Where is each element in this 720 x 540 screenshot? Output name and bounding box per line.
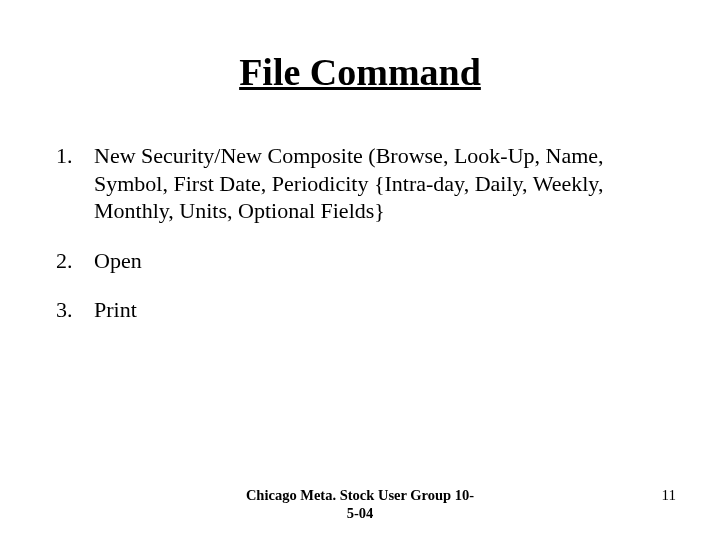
footer: Chicago Meta. Stock User Group 10- 5-04 … — [0, 487, 720, 522]
page-number: 11 — [662, 487, 676, 504]
list-item: New Security/New Composite (Browse, Look… — [48, 142, 672, 225]
list-item: Open — [48, 247, 672, 275]
slide: File Command New Security/New Composite … — [0, 0, 720, 540]
command-list: New Security/New Composite (Browse, Look… — [48, 142, 672, 324]
footer-text: Chicago Meta. Stock User Group 10- 5-04 — [246, 487, 474, 522]
list-item: Print — [48, 296, 672, 324]
slide-title: File Command — [48, 50, 672, 94]
